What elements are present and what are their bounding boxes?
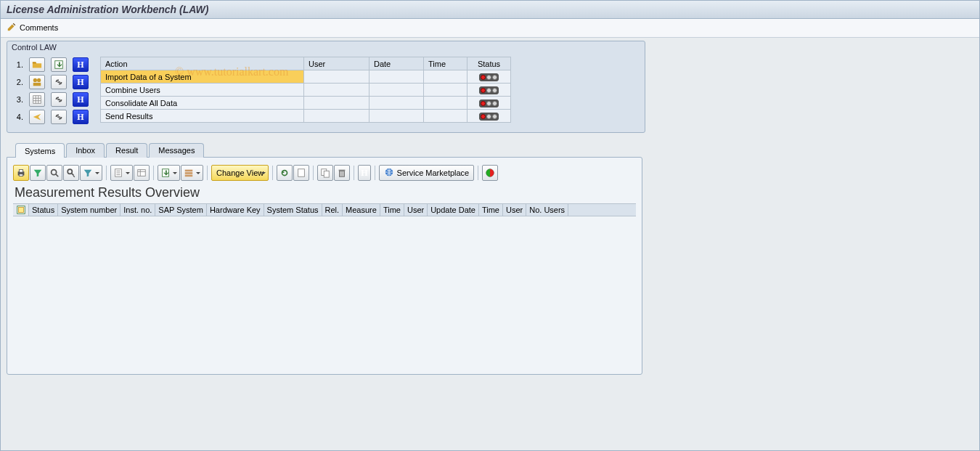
comments-label: Comments xyxy=(20,23,58,32)
consolidate-button[interactable] xyxy=(29,92,45,107)
print-button[interactable] xyxy=(13,165,29,181)
user-cell xyxy=(304,97,369,110)
link-button[interactable] xyxy=(51,110,67,124)
info-button[interactable]: H xyxy=(73,75,89,89)
open-folder-button[interactable] xyxy=(29,57,45,72)
tab-result[interactable]: Result xyxy=(106,143,147,158)
column-header[interactable]: Time xyxy=(479,204,503,216)
pencil-icon xyxy=(7,22,17,33)
date-cell xyxy=(369,70,424,84)
traffic-light-icon xyxy=(479,99,499,107)
create-button[interactable] xyxy=(293,165,309,181)
change-view-label: Change View xyxy=(216,168,264,177)
svg-rect-7 xyxy=(19,174,23,176)
time-cell xyxy=(424,110,467,123)
svg-rect-19 xyxy=(340,171,345,176)
tabstrip: SystemsInboxResultMessages xyxy=(15,143,642,158)
find-button[interactable] xyxy=(46,165,62,181)
column-header[interactable]: User xyxy=(404,204,428,216)
find-next-button[interactable] xyxy=(63,165,79,181)
table-row[interactable]: Import Data of a System xyxy=(101,70,511,84)
table-row[interactable]: Send Results xyxy=(101,110,511,123)
column-header[interactable]: Rel. xyxy=(322,204,343,216)
column-header[interactable]: Inst. no. xyxy=(121,204,155,216)
row-number: 1. xyxy=(12,60,25,69)
tab-systems[interactable]: Systems xyxy=(15,143,65,158)
totals-button[interactable] xyxy=(181,165,203,181)
change-view-button[interactable]: Change View xyxy=(211,165,269,181)
date-cell xyxy=(369,97,424,110)
col-header-date[interactable]: Date xyxy=(369,57,424,70)
col-header-status[interactable]: Status xyxy=(467,57,511,70)
status-cell xyxy=(467,97,511,110)
page-title: License Administration Workbench (LAW) xyxy=(1,1,979,19)
info-button[interactable]: H xyxy=(73,110,89,124)
column-header[interactable]: SAP System xyxy=(155,204,207,216)
column-header[interactable]: Measure xyxy=(343,204,380,216)
action-cell: Consolidate All Data xyxy=(101,97,304,110)
column-header[interactable]: Status xyxy=(29,204,58,216)
date-cell xyxy=(369,84,424,97)
column-header[interactable]: User xyxy=(503,204,526,216)
col-header-user[interactable]: User xyxy=(304,57,369,70)
layout-button[interactable] xyxy=(134,165,150,181)
tab-inbox[interactable]: Inbox xyxy=(66,143,105,158)
export-button[interactable] xyxy=(110,165,133,181)
import-button[interactable] xyxy=(51,57,67,72)
set-filter-button[interactable] xyxy=(80,165,102,181)
column-header[interactable]: Update Date xyxy=(428,204,479,216)
svg-rect-24 xyxy=(18,208,23,213)
send-button[interactable] xyxy=(29,110,45,124)
delete-button[interactable] xyxy=(334,165,350,181)
svg-point-8 xyxy=(52,170,57,175)
info-button[interactable]: H xyxy=(73,92,89,107)
info-button[interactable]: H xyxy=(358,165,370,181)
comments-button[interactable]: Comments xyxy=(7,22,58,33)
app-toolbar: Comments xyxy=(1,19,979,38)
svg-rect-3 xyxy=(33,83,41,86)
column-header[interactable]: No. Users xyxy=(526,204,568,216)
status-cell xyxy=(467,110,511,123)
column-header[interactable]: System number xyxy=(58,204,121,216)
time-cell xyxy=(424,97,467,110)
tab-messages[interactable]: Messages xyxy=(149,143,204,158)
link-button[interactable] xyxy=(51,92,67,107)
download-button[interactable] xyxy=(158,165,180,181)
col-header-action[interactable]: Action xyxy=(101,57,304,70)
traffic-light-icon xyxy=(479,86,499,94)
time-cell xyxy=(424,84,467,97)
control-law-group: Control LAW 1. H 2. xyxy=(7,41,645,133)
svg-rect-16 xyxy=(298,169,305,177)
filter-button[interactable] xyxy=(30,165,46,181)
col-header-time[interactable]: Time xyxy=(424,57,467,70)
column-header[interactable]: System Status xyxy=(264,204,322,216)
combine-users-button[interactable] xyxy=(29,75,45,89)
service-marketplace-label: Service Marketplace xyxy=(397,168,470,177)
toolbar-separator xyxy=(313,166,314,180)
refresh-button[interactable] xyxy=(277,165,293,181)
select-all-button[interactable] xyxy=(13,204,29,216)
row-number: 4. xyxy=(12,113,25,121)
toolbar-separator xyxy=(207,166,208,180)
globe-icon xyxy=(384,167,394,179)
control-actions-table: Action User Date Time Status Import Data… xyxy=(100,57,511,123)
service-marketplace-button[interactable]: Service Marketplace xyxy=(379,165,475,181)
status-legend-button[interactable] xyxy=(482,165,498,181)
row-number: 2. xyxy=(12,78,25,86)
copy-button[interactable] xyxy=(317,165,333,181)
status-cell xyxy=(467,84,511,97)
table-row[interactable]: Consolidate All Data xyxy=(101,97,511,110)
table-row[interactable]: Combine Users xyxy=(101,84,511,97)
link-button[interactable] xyxy=(51,75,67,89)
info-button[interactable]: H xyxy=(73,57,89,72)
column-header[interactable]: Time xyxy=(380,204,404,216)
user-cell xyxy=(304,84,369,97)
date-cell xyxy=(369,110,424,123)
action-cell: Combine Users xyxy=(101,84,304,97)
column-header[interactable]: Hardware Key xyxy=(207,204,264,216)
svg-rect-4 xyxy=(33,96,41,104)
status-cell xyxy=(467,70,511,84)
svg-rect-11 xyxy=(138,170,146,176)
toolbar-separator xyxy=(272,166,273,180)
traffic-light-icon xyxy=(479,73,499,81)
